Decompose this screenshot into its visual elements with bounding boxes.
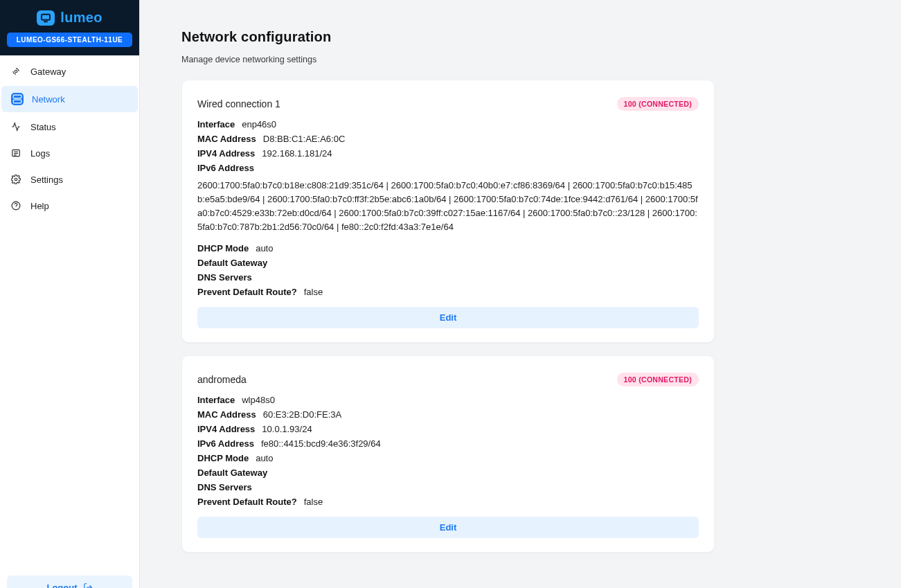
detail-label: IPv6 Address [197,438,254,449]
detail-row-interface: Interfacewlp48s0 [197,395,699,405]
detail-label: Prevent Default Route? [197,497,297,507]
detail-value: false [304,287,323,297]
edit-button[interactable]: Edit [197,517,699,538]
svg-rect-3 [13,100,21,103]
logout-label: Logout [46,582,77,588]
detail-row-dhcp: DHCP Modeauto [197,453,699,463]
help-icon [10,199,22,212]
detail-row-dhcp: DHCP Modeauto [197,243,699,253]
connection-name: Wired connection 1 [197,98,280,109]
brand-name: lumeo [60,10,102,26]
svg-rect-2 [13,95,21,98]
sidebar-item-label: Status [30,122,56,132]
detail-label: MAC Address [197,134,256,144]
detail-label: Default Gateway [197,467,267,478]
page-subtitle: Manage device networking settings [181,55,859,64]
settings-icon [10,173,22,186]
connection-card: Wired connection 1100 (CONNECTED)Interfa… [181,80,715,343]
detail-label: DNS Servers [197,272,252,283]
logout-icon [83,582,93,588]
detail-row-ipv6: IPv6 Address [197,163,699,173]
sidebar-item-settings[interactable]: Settings [0,166,139,193]
sidebar-item-status[interactable]: Status [0,114,139,140]
svg-point-10 [15,178,17,181]
brand-logo-icon [37,10,55,26]
detail-label: Interface [197,119,235,130]
detail-value: false [304,497,323,507]
device-pill[interactable]: LUMEO-GS66-STEALTH-11UE [7,33,132,47]
detail-row-mac: MAC Address60:E3:2B:D0:FE:3A [197,409,699,420]
ipv6-addresses: 2600:1700:5fa0:b7c0:b18e:c808:21d9:351c/… [197,179,699,235]
detail-value: auto [256,243,273,253]
detail-label: Interface [197,395,235,405]
sidebar-item-label: Gateway [30,66,66,77]
logout-button[interactable]: Logout [7,576,132,588]
detail-value: 192.168.1.181/24 [262,148,332,159]
page-title: Network configuration [181,29,859,45]
detail-label: IPV4 Address [197,148,255,159]
detail-value: enp46s0 [242,119,276,130]
connections-list: Wired connection 1100 (CONNECTED)Interfa… [181,80,859,553]
detail-row-gateway: Default Gateway [197,467,699,478]
detail-value: D8:BB:C1:AE:A6:0C [263,134,346,144]
svg-point-1 [15,70,17,73]
detail-row-prevent_default_route: Prevent Default Route?false [197,287,699,297]
detail-row-interface: Interfaceenp46s0 [197,119,699,130]
connection-card-head: andromeda100 (CONNECTED) [197,373,699,386]
sidebar-item-help[interactable]: Help [0,193,139,219]
status-icon [10,121,22,133]
sidebar-item-label: Settings [30,175,63,185]
detail-row-gateway: Default Gateway [197,258,699,268]
sidebar-item-label: Network [32,94,65,105]
sidebar-footer: Logout [0,569,139,588]
sidebar-item-gateway[interactable]: Gateway [0,58,139,84]
detail-label: IPv6 Address [197,163,254,173]
connection-details: Interfacewlp48s0MAC Address60:E3:2B:D0:F… [197,395,699,507]
sidebar: lumeo LUMEO-GS66-STEALTH-11UE GatewayNet… [0,0,140,588]
detail-value: fe80::4415:bcd9:4e36:3f29/64 [261,438,381,449]
connection-details: Interfaceenp46s0MAC AddressD8:BB:C1:AE:A… [197,119,699,297]
status-badge: 100 (CONNECTED) [617,97,699,111]
detail-value: wlp48s0 [242,395,275,405]
nav: GatewayNetworkStatusLogsSettingsHelp [0,55,139,219]
detail-row-dns: DNS Servers [197,482,699,492]
gateway-icon [10,65,22,78]
network-icon [11,93,24,105]
app-root: lumeo LUMEO-GS66-STEALTH-11UE GatewayNet… [0,0,901,588]
connection-card: andromeda100 (CONNECTED)Interfacewlp48s0… [181,355,715,553]
detail-row-ipv6: IPv6 Addressfe80::4415:bcd9:4e36:3f29/64 [197,438,699,449]
detail-label: DNS Servers [197,482,252,492]
detail-label: MAC Address [197,409,256,420]
logs-icon [10,147,22,159]
detail-value: auto [256,453,273,463]
connection-name: andromeda [197,374,247,385]
detail-label: DHCP Mode [197,453,249,463]
connection-card-head: Wired connection 1100 (CONNECTED) [197,97,699,111]
sidebar-item-logs[interactable]: Logs [0,140,139,166]
detail-row-dns: DNS Servers [197,272,699,283]
detail-label: Default Gateway [197,258,267,268]
edit-button[interactable]: Edit [197,307,699,328]
detail-value: 60:E3:2B:D0:FE:3A [263,409,341,420]
detail-value: 10.0.1.93/24 [262,424,312,434]
detail-label: DHCP Mode [197,243,249,253]
svg-rect-0 [42,14,50,19]
sidebar-item-label: Help [30,201,49,211]
detail-row-prevent_default_route: Prevent Default Route?false [197,497,699,507]
sidebar-header: lumeo LUMEO-GS66-STEALTH-11UE [0,0,139,55]
sidebar-item-network[interactable]: Network [1,86,138,112]
detail-row-ipv4: IPV4 Address10.0.1.93/24 [197,424,699,434]
detail-label: Prevent Default Route? [197,287,297,297]
detail-row-mac: MAC AddressD8:BB:C1:AE:A6:0C [197,134,699,144]
detail-label: IPV4 Address [197,424,255,434]
status-badge: 100 (CONNECTED) [617,373,699,386]
detail-row-ipv4: IPV4 Address192.168.1.181/24 [197,148,699,159]
brand: lumeo [37,10,102,26]
main-content: Network configuration Manage device netw… [140,0,901,588]
sidebar-item-label: Logs [30,148,50,159]
